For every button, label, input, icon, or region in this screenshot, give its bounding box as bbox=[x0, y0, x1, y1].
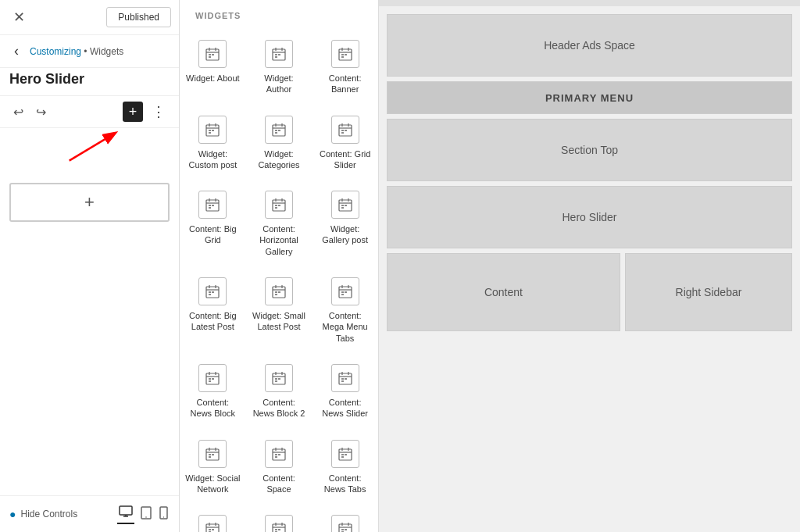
bottom-row: Content Right Sidebar bbox=[387, 253, 792, 331]
breadcrumb-parent[interactable]: Customizing bbox=[30, 46, 81, 57]
svg-rect-92 bbox=[341, 294, 344, 295]
svg-rect-36 bbox=[209, 132, 211, 134]
hide-controls-label: Hide Controls bbox=[20, 509, 77, 520]
svg-rect-85 bbox=[275, 294, 277, 295]
right-sidebar-block: Right Sidebar bbox=[625, 253, 792, 331]
widget-icon bbox=[265, 364, 293, 392]
widget-item[interactable]: Content: News Block 2 bbox=[246, 352, 312, 428]
svg-rect-20 bbox=[275, 54, 277, 55]
widget-icon bbox=[198, 364, 227, 392]
widget-item[interactable]: Widget: Small Latest Post bbox=[246, 266, 312, 352]
widget-label: Content: Mega Menu Tabs bbox=[317, 310, 373, 344]
widget-item[interactable]: Widget: Custom post bbox=[180, 104, 246, 180]
widget-icon bbox=[331, 116, 359, 144]
svg-rect-105 bbox=[278, 378, 280, 380]
svg-rect-64 bbox=[275, 207, 277, 209]
svg-rect-126 bbox=[278, 454, 280, 455]
svg-point-8 bbox=[163, 516, 164, 517]
widget-item[interactable]: Widget: About bbox=[180, 28, 246, 104]
widget-item[interactable]: Content: Horizontal Gallery bbox=[246, 179, 312, 266]
widget-label: Widget: Custom post bbox=[185, 148, 241, 171]
widget-item[interactable]: Content: Grid Slider bbox=[312, 104, 378, 180]
widget-label: Widget: Social Network bbox=[185, 473, 241, 495]
svg-rect-154 bbox=[345, 529, 347, 530]
widget-item[interactable]: Widget: Social Network bbox=[180, 428, 246, 504]
widget-item[interactable]: Content: Playlist Video bbox=[246, 503, 312, 532]
svg-rect-134 bbox=[341, 456, 344, 458]
widget-icon bbox=[331, 191, 359, 219]
svg-rect-41 bbox=[275, 130, 277, 131]
widget-label: Widget: About bbox=[186, 73, 240, 84]
svg-rect-71 bbox=[341, 207, 344, 209]
svg-rect-97 bbox=[209, 378, 211, 380]
widget-icon bbox=[198, 515, 227, 532]
mobile-icon-button[interactable] bbox=[158, 504, 170, 524]
add-widget-button[interactable]: + bbox=[9, 183, 170, 222]
left-footer: ● Hide Controls bbox=[0, 495, 179, 532]
widget-icon bbox=[198, 191, 227, 219]
widgets-grid: Widget: About Widget: Author Content: Ba… bbox=[180, 28, 378, 532]
widget-icon bbox=[331, 40, 359, 68]
redo-button[interactable]: ↪ bbox=[32, 102, 50, 122]
desktop-icon-button[interactable] bbox=[117, 504, 134, 524]
widget-label: Content: News Block 2 bbox=[252, 397, 307, 420]
back-button[interactable]: ‹ bbox=[9, 41, 23, 61]
widget-item[interactable]: Content: News Slider bbox=[312, 352, 378, 428]
widget-label: Content: Banner bbox=[317, 73, 373, 95]
svg-rect-50 bbox=[341, 132, 344, 134]
svg-rect-22 bbox=[275, 56, 277, 58]
widget-icon bbox=[265, 40, 293, 68]
close-button[interactable]: ✕ bbox=[8, 6, 30, 28]
hide-controls-button[interactable]: ● Hide Controls bbox=[9, 508, 77, 520]
svg-rect-118 bbox=[209, 454, 211, 455]
mobile-icon bbox=[159, 506, 168, 520]
svg-line-1 bbox=[70, 134, 115, 161]
svg-rect-125 bbox=[275, 454, 277, 455]
svg-rect-63 bbox=[278, 205, 280, 206]
tablet-icon bbox=[141, 506, 152, 520]
more-button[interactable]: ⋮ bbox=[148, 101, 170, 123]
widget-item[interactable]: Widget: Gallery post bbox=[312, 179, 378, 266]
svg-rect-69 bbox=[341, 205, 344, 206]
device-icons bbox=[117, 504, 170, 524]
svg-rect-15 bbox=[209, 56, 211, 58]
widget-label: Content: Big Latest Post bbox=[185, 310, 241, 333]
svg-rect-83 bbox=[275, 291, 277, 293]
widget-label: Content: News Tabs bbox=[317, 473, 373, 495]
svg-rect-78 bbox=[209, 294, 211, 295]
widget-item[interactable]: Widget: Author bbox=[246, 28, 312, 104]
widgets-panel: WIDGETS Widget: About Widget: Author Con… bbox=[180, 0, 379, 532]
widget-item[interactable]: Content: News Ticker bbox=[180, 503, 246, 532]
widget-label: Content: News Block bbox=[185, 397, 241, 420]
widget-item[interactable]: Content: Big Grid bbox=[180, 179, 246, 266]
widget-label: Content: Horizontal Gallery bbox=[252, 223, 307, 257]
widget-label: Content: Big Grid bbox=[185, 223, 241, 246]
svg-rect-91 bbox=[345, 291, 347, 293]
svg-rect-133 bbox=[345, 454, 347, 455]
widget-icon bbox=[265, 191, 293, 219]
widget-item[interactable]: Widget: Categories bbox=[246, 104, 312, 180]
widget-item[interactable]: Content: News Tabs bbox=[312, 428, 378, 504]
widget-item[interactable]: Content: Banner bbox=[312, 28, 378, 104]
svg-rect-62 bbox=[275, 205, 277, 206]
svg-point-6 bbox=[145, 516, 147, 518]
undo-button[interactable]: ↩ bbox=[9, 102, 27, 122]
widget-item[interactable]: Content: Space bbox=[246, 428, 312, 504]
add-button[interactable]: + bbox=[123, 102, 143, 122]
widget-item[interactable]: Content: Mega Menu Tabs bbox=[312, 266, 378, 352]
svg-rect-147 bbox=[278, 529, 280, 530]
widget-label: Widget: Author bbox=[252, 73, 307, 95]
svg-rect-112 bbox=[345, 378, 347, 380]
widget-item[interactable]: Content: Background Video bbox=[312, 503, 378, 532]
tablet-icon-button[interactable] bbox=[139, 504, 153, 524]
widget-item[interactable]: Content: Big Latest Post bbox=[180, 266, 246, 352]
published-button[interactable]: Published bbox=[106, 7, 171, 27]
widget-icon bbox=[265, 277, 293, 305]
widget-icon bbox=[265, 116, 293, 144]
widget-item[interactable]: Content: News Block bbox=[180, 352, 246, 428]
svg-rect-111 bbox=[341, 378, 344, 380]
svg-rect-113 bbox=[341, 380, 344, 382]
widget-icon bbox=[198, 440, 227, 468]
svg-rect-139 bbox=[209, 529, 211, 530]
widget-icon bbox=[265, 515, 293, 532]
